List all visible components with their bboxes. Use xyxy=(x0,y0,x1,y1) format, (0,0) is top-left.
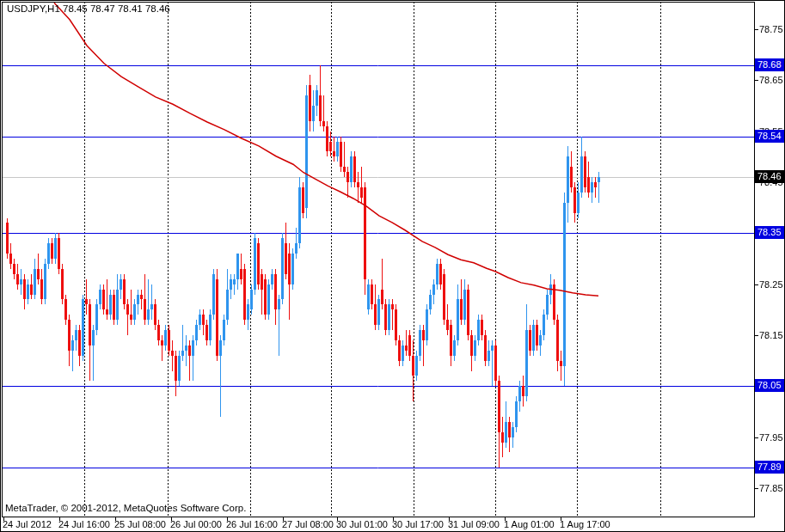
time-tick-label: 26 Jul 00:00 xyxy=(170,519,222,529)
price-tick-label: 78.75 xyxy=(759,24,785,34)
time-tick-label: 30 Jul 17:00 xyxy=(392,519,444,529)
level-price-badge: 78.54 xyxy=(755,130,785,143)
price-tick-label: 78.15 xyxy=(759,330,785,340)
time-tick-label: 1 Aug 01:00 xyxy=(504,519,555,529)
price-tick-label: 77.85 xyxy=(759,483,785,493)
metatrader-chart-window: USDJPY,H1 78.45 78.47 78.41 78.46 MetaTr… xyxy=(0,0,785,532)
time-tick-label: 30 Jul 01:00 xyxy=(336,519,388,529)
time-tick-label: 1 Aug 17:00 xyxy=(560,519,610,529)
level-price-badge: 78.35 xyxy=(755,226,785,239)
price-tick-label: 78.65 xyxy=(759,75,785,85)
candlestick-chart-canvas[interactable] xyxy=(1,1,785,532)
metatrader-watermark: MetaTrader, © 2001-2012, MetaQuotes Soft… xyxy=(5,503,246,513)
time-tick-label: 31 Jul 09:00 xyxy=(448,519,500,529)
level-price-badge: 78.68 xyxy=(755,58,785,71)
level-price-badge: 77.89 xyxy=(755,461,785,474)
time-tick-label: 24 Jul 2012 xyxy=(3,519,52,529)
symbol-ohlc-readout: USDJPY,H1 78.45 78.47 78.41 78.46 xyxy=(7,3,170,14)
price-tick-label: 77.95 xyxy=(759,432,785,443)
current-price-badge: 78.46 xyxy=(755,170,785,183)
time-tick-label: 25 Jul 08:00 xyxy=(114,519,166,529)
level-price-badge: 78.05 xyxy=(755,379,785,392)
time-tick-label: 27 Jul 08:00 xyxy=(282,519,334,529)
time-tick-label: 26 Jul 16:00 xyxy=(226,519,278,529)
time-tick-label: 24 Jul 16:00 xyxy=(58,519,110,529)
price-tick-label: 78.25 xyxy=(759,279,785,290)
